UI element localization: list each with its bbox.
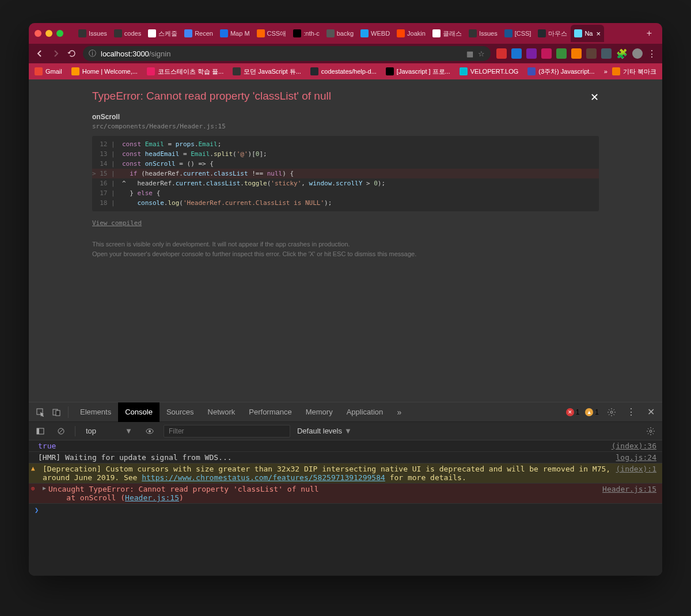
favicon-icon — [293, 29, 301, 37]
bookmark-item[interactable]: Home | Welcome,... — [71, 67, 138, 75]
menu-icon[interactable]: ⋮ — [647, 48, 656, 59]
favicon-icon — [78, 29, 86, 37]
tab-label: Map M — [230, 30, 250, 37]
extension-icon[interactable] — [526, 48, 537, 59]
bookmark-item[interactable]: 코드스테이츠 학습 플... — [147, 67, 223, 76]
other-bookmarks[interactable]: 기타 북마크 — [612, 67, 656, 76]
bookmark-item[interactable]: 모던 JavaScript 튜... — [233, 67, 301, 76]
bookmark-label: VELOPERT.LOG — [470, 68, 519, 75]
console-source-link[interactable]: (index):36 — [612, 442, 656, 450]
devtools-close-icon[interactable]: ✕ — [644, 405, 658, 419]
dismiss-error-button[interactable]: ✕ — [590, 91, 599, 104]
bookmark-item[interactable]: VELOPERT.LOG — [460, 67, 519, 75]
favicon-icon — [469, 29, 477, 37]
extension-icon[interactable] — [511, 48, 522, 59]
tab-label: Issues — [479, 30, 498, 37]
bookmark-item[interactable]: (3주차) Javascript... — [527, 67, 594, 76]
more-tabs-icon[interactable]: » — [392, 405, 406, 419]
folder-icon — [612, 67, 620, 75]
browser-tab[interactable]: [CSS] — [501, 25, 535, 42]
extension-icon[interactable] — [601, 48, 612, 59]
site-info-icon[interactable]: ⓘ — [89, 48, 96, 59]
browser-tab[interactable]: backg — [323, 25, 357, 42]
tab-label: 스케줄 — [158, 29, 177, 38]
console-source-link[interactable]: (index):1 — [616, 465, 656, 482]
browser-tab[interactable]: Na× — [571, 25, 604, 42]
console-prompt[interactable]: ❯ — [29, 504, 662, 516]
console-source-link[interactable]: Header.js:15 — [602, 485, 656, 502]
console-link[interactable]: Header.js:15 — [125, 493, 179, 502]
tab-label: WEBD — [371, 30, 390, 37]
extension-icon[interactable] — [571, 48, 582, 59]
console-message: true(index):36 — [29, 440, 662, 452]
clear-console-icon[interactable] — [54, 424, 68, 438]
browser-tab[interactable]: CSS애 — [253, 25, 290, 42]
browser-tab[interactable]: Issues — [75, 25, 111, 42]
code-line: 16 | ^ headerRef.current.classList.toggl… — [92, 178, 599, 188]
close-window-button[interactable] — [35, 30, 41, 37]
minimize-window-button[interactable] — [45, 30, 52, 37]
warning-count-badge[interactable]: ▲1 — [585, 408, 599, 416]
browser-tab[interactable]: codes — [111, 25, 145, 42]
svg-rect-5 — [37, 428, 39, 434]
extension-icon[interactable] — [556, 48, 567, 59]
back-button[interactable] — [35, 48, 45, 59]
console-filter-input[interactable] — [164, 425, 290, 438]
devtools-tab-application[interactable]: Application — [340, 402, 390, 422]
extension-icon[interactable] — [496, 48, 507, 59]
page-content: ✕ TypeError: Cannot read property 'class… — [29, 79, 662, 402]
browser-tab[interactable]: Map M — [217, 25, 253, 42]
error-title: TypeError: Cannot read property 'classLi… — [92, 90, 599, 102]
favicon-icon — [432, 29, 441, 37]
close-tab-icon[interactable]: × — [596, 29, 601, 38]
extension-icon[interactable] — [541, 48, 552, 59]
devtools-tab-console[interactable]: Console — [118, 402, 160, 422]
expand-icon[interactable]: ▶ — [43, 485, 46, 502]
devtools-tab-memory[interactable]: Memory — [299, 402, 340, 422]
log-levels-select[interactable]: Default levels▼ — [297, 427, 352, 435]
browser-tab[interactable]: :nth-c — [290, 25, 323, 42]
browser-tab[interactable]: 클래스 — [429, 25, 465, 42]
warning-icon: ▲ — [31, 465, 40, 482]
bookmark-item[interactable]: Gmail — [35, 67, 62, 75]
devtools-settings-icon[interactable] — [605, 405, 618, 419]
live-expression-icon[interactable] — [143, 424, 157, 438]
devtools-tab-sources[interactable]: Sources — [160, 402, 201, 422]
bookmark-label: Gmail — [45, 68, 62, 75]
device-toolbar-icon[interactable] — [50, 405, 63, 419]
reload-button[interactable] — [67, 48, 77, 59]
browser-tab[interactable]: 마우스 — [534, 25, 571, 42]
profile-avatar[interactable] — [632, 48, 643, 59]
devtools-tab-elements[interactable]: Elements — [73, 402, 118, 422]
browser-tab[interactable]: Joakin — [393, 25, 429, 42]
address-bar[interactable]: ⓘ localhost:3000/signin ▦ ☆ — [83, 46, 491, 61]
inspect-element-icon[interactable] — [33, 405, 47, 419]
browser-tab[interactable]: WEBD — [357, 25, 393, 42]
console-sidebar-toggle-icon[interactable] — [33, 424, 47, 438]
bookmark-favicon-icon — [147, 67, 155, 75]
console-link[interactable]: https://www.chromestatus.com/features/58… — [142, 473, 385, 482]
maximize-window-button[interactable] — [56, 30, 63, 37]
console-source-link[interactable]: log.js:24 — [616, 453, 656, 462]
extension-icon[interactable] — [586, 48, 597, 59]
view-compiled-link[interactable]: View compiled — [92, 219, 142, 227]
star-icon[interactable]: ☆ — [478, 50, 485, 58]
translate-icon[interactable]: ▦ — [466, 50, 473, 58]
bookmark-item[interactable]: [Javascript ] 프로... — [386, 67, 450, 76]
devtools-menu-icon[interactable]: ⋮ — [624, 405, 638, 419]
execution-context-select[interactable]: top▼ — [82, 427, 136, 435]
code-line: > 15 | if (headerRef.current.classList !… — [92, 169, 599, 178]
browser-tab[interactable]: 스케줄 — [145, 25, 181, 42]
extensions-menu-icon[interactable]: 🧩 — [616, 48, 628, 59]
console-settings-icon[interactable] — [644, 424, 658, 438]
browser-tab[interactable]: Recen — [181, 25, 217, 42]
new-tab-button[interactable]: + — [642, 28, 656, 39]
bookmarks-overflow-icon[interactable]: » — [604, 68, 608, 75]
devtools-tab-performance[interactable]: Performance — [242, 402, 298, 422]
code-line: 14 | const onScroll = () => { — [92, 159, 599, 169]
devtools-tab-network[interactable]: Network — [201, 402, 242, 422]
forward-button[interactable] — [51, 48, 61, 59]
browser-tab[interactable]: Issues — [465, 25, 501, 42]
error-count-badge[interactable]: ✕1 — [566, 408, 580, 416]
bookmark-item[interactable]: codestates/help-d... — [310, 67, 377, 75]
